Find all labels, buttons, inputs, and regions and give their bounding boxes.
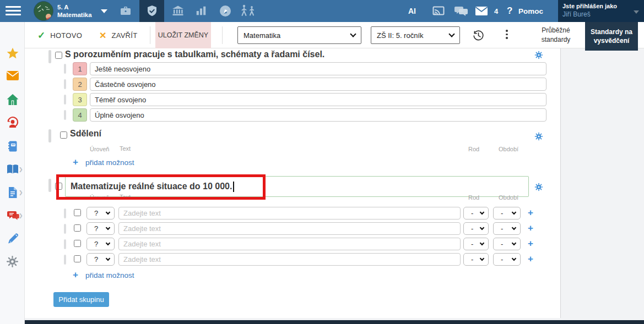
- history-button[interactable]: [472, 22, 485, 48]
- user-caret-icon: [634, 10, 639, 14]
- close-icon: ✕: [99, 30, 106, 41]
- gender-select[interactable]: -: [463, 222, 489, 235]
- row-drag-handle[interactable]: [64, 79, 66, 89]
- option-text-input[interactable]: [118, 253, 461, 266]
- class-avatar[interactable]: [34, 1, 53, 21]
- row-checkbox[interactable]: [74, 255, 81, 262]
- settings-gear-icon[interactable]: [6, 255, 19, 268]
- row-drag-handle[interactable]: [64, 110, 66, 120]
- institution-icon[interactable]: [170, 0, 186, 22]
- gradebook-notebook-icon[interactable]: [6, 140, 19, 153]
- ongoing-tab-line2: standardy: [531, 35, 581, 45]
- row-checkbox[interactable]: [74, 209, 81, 216]
- row-drag-handle[interactable]: [64, 208, 66, 218]
- attendance-person-icon[interactable]: [6, 116, 19, 129]
- period-select[interactable]: -: [493, 222, 521, 235]
- level-select-value: ?: [94, 209, 98, 217]
- row-checkbox[interactable]: [74, 224, 81, 232]
- tab-report-standards[interactable]: Standardy na vysvědčení: [585, 22, 638, 51]
- report-tab-line1: Standardy na: [591, 28, 632, 36]
- curriculum-book-icon[interactable]: [6, 163, 19, 176]
- subject-select[interactable]: Matematika: [237, 26, 361, 44]
- section-checkbox[interactable]: [55, 183, 62, 190]
- row-drag-handle[interactable]: [64, 224, 66, 234]
- row-drag-handle[interactable]: [64, 95, 66, 105]
- messages-mail-icon[interactable]: [6, 70, 19, 84]
- gender-select[interactable]: -: [463, 253, 489, 266]
- bar-chart-icon[interactable]: [193, 0, 209, 22]
- close-label: ZAVŘÍT: [111, 31, 137, 40]
- option-text-input[interactable]: [118, 238, 461, 250]
- add-option-button[interactable]: + přidat možnost: [73, 270, 134, 281]
- option-text-input[interactable]: [118, 207, 461, 219]
- editor-toolbar: ✓ HOTOVO ✕ ZAVŘÍT ULOŽIT ZMĚNY Matematik…: [25, 22, 644, 48]
- section-drag-handle[interactable]: [48, 179, 51, 192]
- hamburger-menu-icon[interactable]: [6, 6, 21, 16]
- row-drag-handle[interactable]: [64, 239, 66, 249]
- chat-icon[interactable]: [452, 0, 470, 22]
- gender-select[interactable]: -: [463, 207, 489, 219]
- period-select[interactable]: -: [493, 238, 521, 250]
- section-checkbox[interactable]: [60, 131, 67, 139]
- level-select[interactable]: ?: [86, 207, 115, 219]
- class-name: 5. A: [57, 3, 92, 11]
- level-select[interactable]: ?: [86, 238, 115, 250]
- help-question-icon[interactable]: ?: [507, 0, 512, 22]
- gender-select[interactable]: -: [463, 238, 489, 250]
- period-select-value: -: [501, 209, 503, 217]
- compass-badge-icon[interactable]: [217, 0, 234, 22]
- grade-select[interactable]: ZŠ II: 5. ročník: [371, 26, 460, 44]
- section-gear-icon[interactable]: [534, 51, 543, 59]
- row-add-icon[interactable]: +: [528, 254, 533, 265]
- level-select[interactable]: ?: [86, 222, 115, 235]
- mail-icon[interactable]: [474, 0, 489, 22]
- class-selector[interactable]: 5. A Matematika: [57, 3, 92, 19]
- row-add-icon[interactable]: +: [528, 223, 533, 234]
- period-select[interactable]: -: [493, 207, 521, 219]
- row-drag-handle[interactable]: [64, 64, 66, 74]
- top-navigation-bar: 5. A Matematika AI 4 ? Pomoc Jste přihlá…: [0, 0, 644, 22]
- favorites-star-icon[interactable]: [6, 47, 19, 60]
- walking-people-icon[interactable]: [237, 0, 259, 22]
- add-option-button[interactable]: + přidat možnost: [73, 157, 134, 168]
- section-gear-icon[interactable]: [534, 183, 543, 191]
- option-text-input[interactable]: [90, 93, 546, 106]
- home-icon[interactable]: [6, 93, 19, 106]
- briefcase-icon[interactable]: [117, 0, 134, 22]
- option-text-input[interactable]: [118, 222, 461, 235]
- section-drag-handle[interactable]: [48, 129, 51, 142]
- class-caret-icon[interactable]: [101, 9, 107, 13]
- level-select[interactable]: ?: [86, 253, 115, 266]
- more-options-kebab-icon[interactable]: [506, 30, 508, 41]
- section-title-input[interactable]: Matematizuje reálné situace do 10 000.: [65, 176, 529, 197]
- section-gear-icon[interactable]: [534, 132, 543, 141]
- standards-shield-icon[interactable]: [139, 0, 164, 22]
- user-menu[interactable]: Jste přihlášen jako Jiří Bureš: [558, 0, 644, 22]
- section-drag-handle[interactable]: [48, 50, 51, 63]
- period-select[interactable]: -: [493, 253, 521, 266]
- save-changes-button[interactable]: ULOŽIT ZMĚNY: [155, 22, 211, 48]
- row-drag-handle[interactable]: [64, 255, 66, 265]
- discussion-icon[interactable]: [6, 209, 19, 222]
- help-label[interactable]: Pomoc: [518, 0, 543, 22]
- screen-share-icon[interactable]: [430, 0, 447, 22]
- documents-submenu-chevron-icon: ❯: [19, 190, 23, 195]
- column-header-text: Text: [120, 145, 131, 152]
- option-text-input[interactable]: [90, 62, 546, 75]
- option-text-input[interactable]: [90, 108, 546, 122]
- done-button[interactable]: ✓ HOTOVO: [37, 22, 82, 48]
- row-add-icon[interactable]: +: [528, 238, 533, 249]
- ai-button[interactable]: AI: [408, 0, 416, 22]
- pen-icon[interactable]: [6, 232, 19, 245]
- plus-icon: +: [73, 270, 78, 281]
- add-group-button[interactable]: Přidat skupinu: [53, 292, 109, 307]
- row-add-icon[interactable]: +: [528, 207, 533, 218]
- documents-icon[interactable]: [6, 186, 19, 199]
- add-option-label: přidat možnost: [85, 271, 134, 279]
- user-name: Jiří Bureš: [562, 10, 640, 18]
- close-button[interactable]: ✕ ZAVŘÍT: [99, 22, 137, 48]
- option-text-input[interactable]: [90, 78, 546, 91]
- row-checkbox[interactable]: [74, 240, 81, 247]
- tab-ongoing-standards[interactable]: Průběžné standardy: [531, 26, 581, 45]
- section-checkbox[interactable]: [55, 52, 62, 59]
